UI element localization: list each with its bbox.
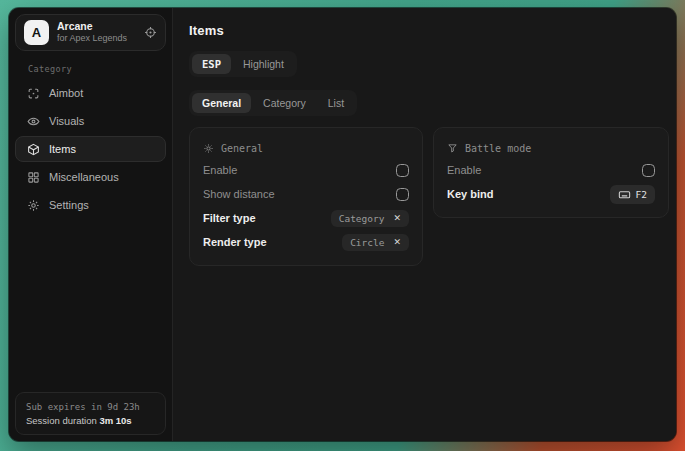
cube-icon	[27, 143, 40, 156]
general-card: General Enable Show distance Filter type…	[189, 127, 423, 266]
show-distance-checkbox[interactable]	[396, 188, 409, 201]
key-bind-value: F2	[636, 189, 647, 200]
eye-icon	[27, 115, 40, 128]
subscription-box: Sub expires in 9d 23h Session duration 3…	[15, 392, 166, 435]
sidebar-item-label: Aimbot	[49, 87, 83, 99]
keyboard-icon	[618, 188, 631, 201]
gear-icon	[27, 199, 40, 212]
app-logo: A	[24, 20, 49, 45]
tab-general[interactable]: General	[192, 93, 251, 113]
crosshair-icon	[27, 87, 40, 100]
x-icon[interactable]: ✕	[393, 214, 401, 223]
sidebar-item-visuals[interactable]: Visuals	[15, 108, 166, 134]
sidebar-item-label: Miscellaneous	[49, 171, 119, 183]
setting-row-battle-enable: Enable	[447, 158, 655, 182]
battle-mode-card: Battle mode Enable Key bind	[433, 127, 669, 218]
app-window: A Arcane for Apex Legends Category	[9, 8, 676, 441]
sidebar-item-label: Settings	[49, 199, 89, 211]
sidebar: A Arcane for Apex Legends Category	[9, 8, 173, 441]
grid-icon	[27, 171, 40, 184]
target-icon[interactable]	[144, 26, 157, 39]
setting-row-filter-type: Filter type Category ✕	[203, 206, 409, 230]
tab-esp[interactable]: ESP	[192, 54, 231, 74]
sidebar-item-aimbot[interactable]: Aimbot	[15, 80, 166, 106]
filter-type-select[interactable]: Category ✕	[331, 210, 409, 227]
sun-icon	[203, 143, 214, 154]
app-header-card: A Arcane for Apex Legends	[15, 14, 166, 51]
tab-category[interactable]: Category	[253, 93, 316, 113]
session-duration-text: Session duration 3m 10s	[26, 415, 155, 426]
sidebar-section-label: Category	[28, 64, 166, 74]
setting-row-enable: Enable	[203, 158, 409, 182]
tab-list[interactable]: List	[318, 93, 354, 113]
sidebar-item-label: Items	[49, 143, 76, 155]
render-type-select[interactable]: Circle ✕	[342, 234, 409, 251]
x-icon[interactable]: ✕	[393, 238, 401, 247]
key-bind-button[interactable]: F2	[610, 185, 655, 204]
battle-mode-card-title: Battle mode	[465, 143, 531, 154]
mode-tabs: ESP Highlight	[189, 51, 297, 77]
enable-checkbox[interactable]	[396, 164, 409, 177]
app-tagline: for Apex Legends	[57, 33, 127, 44]
setting-row-show-distance: Show distance	[203, 182, 409, 206]
view-tabs: General Category List	[189, 90, 357, 116]
general-card-title: General	[221, 143, 263, 154]
battle-enable-checkbox[interactable]	[642, 164, 655, 177]
tab-highlight[interactable]: Highlight	[233, 54, 294, 74]
page-title: Items	[189, 23, 669, 38]
main-content: Items ESP Highlight General Category Lis…	[173, 8, 676, 441]
sidebar-item-label: Visuals	[49, 115, 84, 127]
funnel-icon	[447, 143, 458, 154]
app-name: Arcane	[57, 20, 127, 33]
sidebar-item-settings[interactable]: Settings	[15, 192, 166, 218]
sidebar-item-items[interactable]: Items	[15, 136, 166, 162]
battle-mode-card-header: Battle mode	[447, 138, 655, 158]
setting-row-render-type: Render type Circle ✕	[203, 230, 409, 254]
sidebar-nav: Aimbot Visuals Items	[15, 80, 166, 218]
app-meta: Arcane for Apex Legends	[57, 20, 127, 44]
general-card-header: General	[203, 138, 409, 158]
setting-row-key-bind: Key bind F2	[447, 182, 655, 206]
sidebar-item-miscellaneous[interactable]: Miscellaneous	[15, 164, 166, 190]
sub-expiry-text: Sub expires in 9d 23h	[26, 400, 155, 415]
